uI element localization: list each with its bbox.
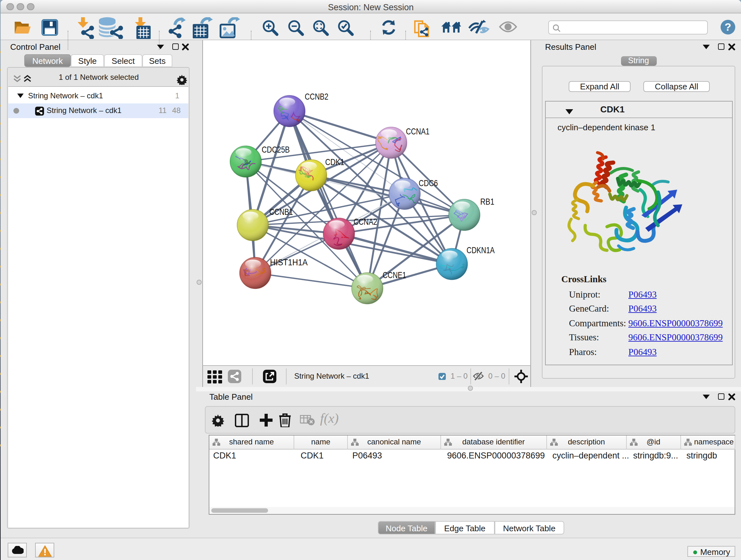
svg-text:CDC25B: CDC25B — [262, 144, 290, 154]
svg-text:HIST1H1A: HIST1H1A — [270, 257, 308, 267]
svg-text:CCNA1: CCNA1 — [406, 126, 429, 136]
svg-text:CDK1: CDK1 — [325, 157, 344, 167]
svg-text:CCNB2: CCNB2 — [305, 91, 328, 101]
svg-text:CCNE1: CCNE1 — [383, 270, 406, 280]
svg-text:CCNA2: CCNA2 — [354, 216, 377, 226]
svg-text:?: ? — [725, 21, 731, 33]
svg-text:CCNB1: CCNB1 — [269, 206, 293, 216]
svg-text:RB1: RB1 — [480, 196, 494, 206]
svg-text:CDKN1A: CDKN1A — [467, 245, 495, 255]
svg-text:CDC6: CDC6 — [419, 178, 438, 188]
